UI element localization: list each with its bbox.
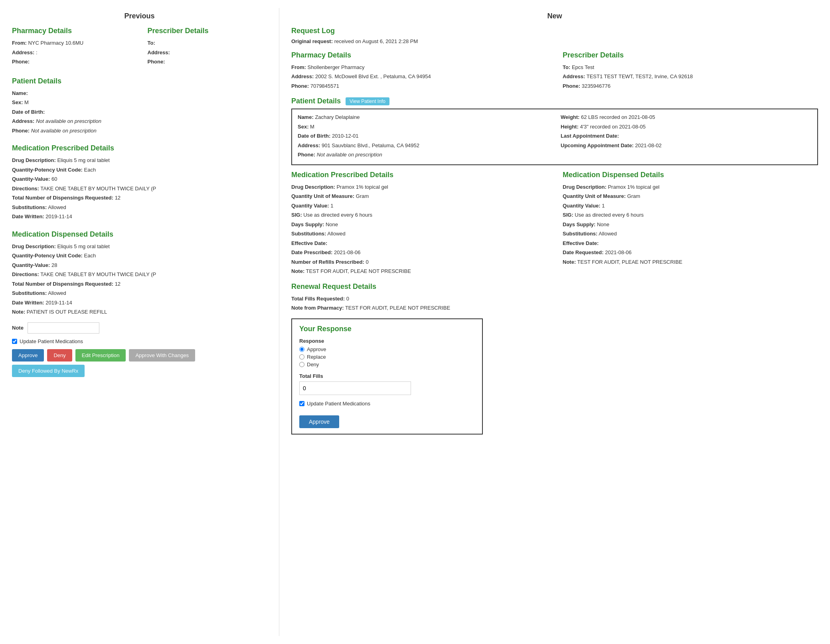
right-med-prescribed-date-prescribed: Date Prescribed: 2021-08-06 [291,249,547,257]
right-med-prescribed-qty-unit: Quantity Unit of Measure: Gram [291,192,547,200]
deny-followed-by-newrx-button[interactable]: Deny Followed By NewRx [12,365,85,377]
right-patient-details-header: Patient Details View Patient Info [291,97,818,105]
right-patient-phone: Phone: Not available on prescription [298,151,549,159]
right-med-dispensed-note: Note: TEST FOR AUDIT, PLEAE NOT PRESCRIB… [563,258,818,266]
previous-header: Previous [12,12,267,20]
right-med-prescribed-days-supply: Days Supply: None [291,221,547,229]
right-prescriber-title: Prescriber Details [563,51,818,59]
response-deny-label: Deny [307,362,319,367]
right-pharmacy-from: From: Shollenberger Pharmacy [291,63,547,71]
right-med-prescribed-refills: Number of Refills Prescribed: 0 [291,258,547,266]
response-options: Response Approve Replace Deny [299,338,475,367]
left-med-dispensed-date-written: Date Written: 2019-11-14 [12,299,267,307]
new-header: New [291,12,818,20]
right-med-dispensed-effective-date: Effective Date: [563,239,818,247]
right-med-dispensed-substitutions: Substitutions: Allowed [563,230,818,238]
response-deny-radio[interactable] [299,362,304,367]
left-patient-phone: Phone: Not available on prescription [12,127,267,135]
right-med-dispensed-qty-value: Quantity Value: 1 [563,202,818,210]
right-med-prescribed-drug: Drug Description: Pramox 1% topical gel [291,183,547,191]
right-med-prescribed-qty-value: Quantity Value: 1 [291,202,547,210]
right-med-prescribed-note: Note: TEST FOR AUDIT, PLEAE NOT PRESCRIB… [291,267,547,275]
renewal-total-fills: Total Fills Requested: 0 [291,295,818,303]
right-approve-button[interactable]: Approve [299,415,339,428]
response-approve-radio[interactable] [299,347,304,352]
response-replace-row: Replace [299,354,475,360]
right-prescriber-address: Address: TEST1 TEST TEWT, TEST2, Irvine,… [563,73,818,81]
request-log-original: Original request: received on August 6, … [291,38,818,45]
right-patient-name: Name: Zachary Delaplaine [298,113,549,121]
request-log-section: Request Log Original request: received o… [291,27,818,45]
left-med-prescribed-directions: Directions: TAKE ONE TABLET BY MOUTH TWI… [12,185,267,193]
edit-prescription-button[interactable]: Edit Prescription [75,349,126,362]
left-patient-address: Address: Not available on prescription [12,117,267,125]
right-med-dispensed-sig: SIG: Use as directed every 6 hours [563,211,818,219]
response-label: Response [299,338,475,344]
response-replace-radio[interactable] [299,354,304,360]
left-pharmacy-from: From: NYC Pharmacy 10.6MU [12,39,132,47]
left-med-dispensed-total-dispensings: Total Number of Dispensings Requested: 1… [12,280,267,288]
right-med-prescribed-substitutions: Substitutions: Allowed [291,230,547,238]
left-med-prescribed-qty-potency: Quantity-Potency Unit Code: Each [12,166,267,174]
note-input[interactable] [28,322,99,334]
left-med-dispensed-qty-potency: Quantity-Potency Unit Code: Each [12,252,267,260]
left-pharmacy-phone: Phone: [12,58,132,66]
left-patient-name: Name: [12,89,267,97]
left-patient-title: Patient Details [12,77,267,85]
right-prescriber-to: To: Epcs Test [563,63,818,71]
left-med-prescribed-qty-value: Quantity-Value: 60 [12,175,267,183]
total-fills-label: Total Fills [299,373,475,379]
right-update-patient-medications-checkbox[interactable] [299,401,304,406]
patient-box: Name: Zachary Delaplaine Sex: M Date of … [291,109,818,165]
left-med-prescribed-drug: Drug Description: Eliquis 5 mg oral tabl… [12,156,267,164]
your-response-title: Your Response [299,325,475,333]
right-med-prescribed-title: Medication Prescribed Details [291,171,547,179]
right-med-dispensed-date-requested: Date Requested: 2021-08-06 [563,249,818,257]
left-med-prescribed-total-dispensings: Total Number of Dispensings Requested: 1… [12,194,267,202]
right-med-dispensed-days-supply: Days Supply: None [563,221,818,229]
request-log-title: Request Log [291,27,818,35]
left-med-prescribed-title: Medication Prescribed Details [12,144,267,152]
update-patient-medications-label: Update Patient Medications [20,338,83,344]
total-fills-input[interactable] [299,381,411,395]
left-med-prescribed-date-written: Date Written: 2019-11-14 [12,213,267,221]
right-patient-sex: Sex: M [298,123,549,131]
approve-button[interactable]: Approve [12,349,44,362]
note-label: Note [12,325,24,331]
right-patient-dob: Date of Birth: 2010-12-01 [298,132,549,140]
right-panel: New Request Log Original request: receiv… [279,8,830,636]
right-pharmacy-phone: Phone: 7079845571 [291,82,547,90]
right-med-prescribed-sig: SIG: Use as directed every 6 hours [291,211,547,219]
view-patient-info-button[interactable]: View Patient Info [346,97,389,105]
right-patient-title: Patient Details [291,97,341,105]
right-patient-upcoming-appt: Upcoming Appointment Date: 2021-08-02 [561,142,812,150]
total-fills-section: Total Fills [299,373,475,395]
note-row: Note [12,322,267,334]
update-patient-medications-checkbox[interactable] [12,339,17,344]
your-response-box: Your Response Response Approve Replace D… [291,318,483,435]
deny-button[interactable]: Deny [47,349,72,362]
left-prescriber-to: To: [148,39,267,47]
right-update-patient-medications-label: Update Patient Medications [307,401,370,407]
right-patient-height: Height: 4'3" recorded on 2021-08-05 [561,123,812,131]
approve-with-changes-button[interactable]: Approve With Changes [129,349,195,362]
left-med-dispensed-note: Note: PATIENT IS OUT PLEASE REFILL [12,308,267,316]
right-pharmacy-title: Pharmacy Details [291,51,547,59]
right-med-prescribed-effective-date: Effective Date: [291,239,547,247]
update-patient-medications-row: Update Patient Medications [12,338,267,344]
left-prescriber-phone: Phone: [148,58,267,66]
right-pharmacy-address: Address: 2002 S. McDowell Blvd Ext. , Pe… [291,73,547,81]
right-patient-last-appt: Last Appointment Date: [561,132,812,140]
right-update-patient-medications-row: Update Patient Medications [299,401,475,407]
renewal-note: Note from Pharmacy: TEST FOR AUDIT, PLEA… [291,304,818,312]
renewal-request-section: Renewal Request Details Total Fills Requ… [291,282,818,312]
right-med-dispensed-title: Medication Dispensed Details [563,171,818,179]
right-patient-address: Address: 901 Sauvblanc Blvd., Petaluma, … [298,142,549,150]
action-buttons: Approve Deny Edit Prescription Approve W… [12,349,267,377]
right-patient-weight: Weight: 62 LBS recorded on 2021-08-05 [561,113,812,121]
left-med-dispensed-directions: Directions: TAKE ONE TABLET BY MOUTH TWI… [12,271,267,279]
left-patient-sex: Sex: M [12,99,267,107]
right-med-dispensed-qty-unit: Quantity Unit of Measure: Gram [563,192,818,200]
left-prescriber-address: Address: [148,49,267,57]
response-replace-label: Replace [307,354,326,360]
